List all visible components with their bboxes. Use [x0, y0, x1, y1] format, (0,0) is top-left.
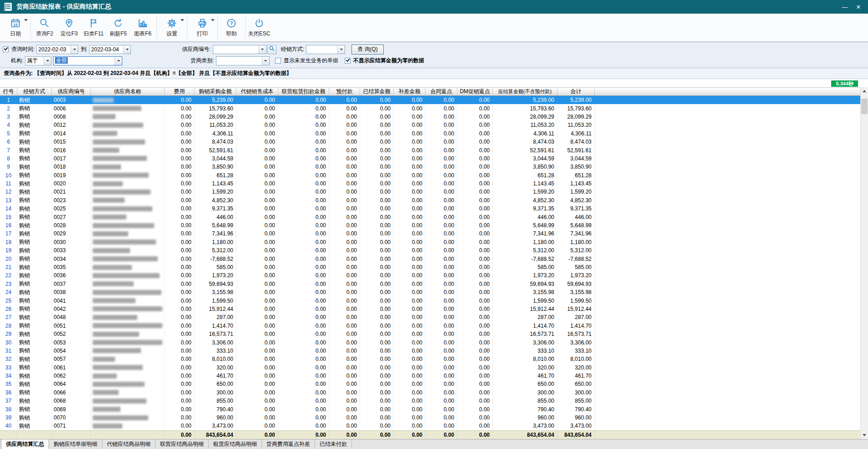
table-row[interactable]: 31购销00540.00333.100.000.000.000.000.000.… [0, 347, 868, 355]
table-row[interactable]: 13购销00230.004,852.300.000.000.000.000.00… [0, 196, 868, 205]
query-button[interactable]: 查 询(Q) [351, 45, 384, 55]
table-row[interactable]: 38购销00690.00790.400.000.000.000.000.000.… [0, 405, 868, 413]
table-row[interactable]: 34购销00620.00461.700.000.000.000.000.000.… [0, 372, 868, 380]
table-row[interactable]: 9购销00180.003,850.900.000.000.000.000.000… [0, 163, 868, 171]
table-row[interactable]: 28购销00510.001,414.700.000.000.000.000.00… [0, 322, 868, 330]
table-row[interactable]: 14购销00250.009,371.350.000.000.000.000.00… [0, 205, 868, 213]
table-row[interactable]: 6购销00150.008,474.030.000.000.000.000.000… [0, 138, 868, 146]
table-row[interactable]: 5购销00140.004,306.110.000.000.000.000.000… [0, 130, 868, 138]
vertical-scrollbar[interactable] [860, 87, 868, 439]
bottom-tab-1[interactable]: 供应商结算汇总 [1, 439, 49, 449]
chevron-down-icon[interactable] [262, 57, 269, 65]
table-row[interactable]: 11购销00200.001,143.450.000.000.000.000.00… [0, 180, 868, 188]
date-to-select[interactable]: 2022-03-04 [89, 45, 131, 54]
chevron-down-icon[interactable] [259, 45, 266, 54]
toolbar-close-button[interactable]: 关闭ESC [247, 15, 271, 40]
table-row[interactable]: 40购销00710.003,473.000.000.000.000.000.00… [0, 422, 868, 430]
table-row[interactable]: 33购销00610.00320.000.000.000.000.000.000.… [0, 364, 868, 372]
close-button[interactable]: ✕ [852, 2, 865, 12]
org-value-select[interactable]: 全部 [53, 56, 122, 65]
table-row[interactable]: 18购销00300.001,180.000.000.000.000.000.00… [0, 238, 868, 246]
toolbar-print-button[interactable]: 打印 [189, 15, 216, 40]
column-header-dm-rebate[interactable]: DM促销返点 [457, 88, 493, 95]
supplier-no-select[interactable] [213, 45, 266, 54]
toolbar-locate-button[interactable]: 定位F3 [57, 15, 81, 40]
toolbar-refresh-button[interactable]: 刷新F5 [106, 15, 130, 40]
show-empty-checkbox[interactable] [275, 58, 281, 64]
table-row[interactable]: 39购销00700.00960.000.000.000.000.000.000.… [0, 414, 868, 422]
supplier-search-button[interactable] [267, 45, 276, 54]
table-row[interactable]: 37购销00680.00855.000.000.000.000.000.000.… [0, 397, 868, 405]
column-header-fee[interactable]: 费用 [165, 88, 195, 95]
table-row[interactable]: 7购销00160.0052,591.610.000.000.000.000.00… [0, 146, 868, 154]
chevron-down-icon[interactable] [123, 45, 130, 54]
date-from-select[interactable]: 2022-02-03 [36, 45, 78, 54]
column-header-consign-cost[interactable]: 代销销售成本 [236, 88, 278, 95]
table-row[interactable]: 8购销00170.003,044.590.000.000.000.000.000… [0, 155, 868, 163]
table-row[interactable]: 35购销00640.00650.000.000.000.000.000.000.… [0, 380, 868, 388]
table-row[interactable]: 4购销00120.0011,053.200.000.000.000.000.00… [0, 121, 868, 129]
chevron-down-icon[interactable] [211, 19, 215, 21]
chevron-down-icon[interactable] [337, 45, 345, 54]
query-time-checkbox[interactable] [3, 46, 9, 52]
chevron-down-icon[interactable] [44, 57, 51, 65]
column-header-prepaid[interactable]: 预付款 [329, 88, 360, 95]
column-header-supplier-name[interactable]: 供应商名称 [91, 88, 165, 95]
table-row[interactable]: 1购销00030.005,239.000.000.000.000.000.000… [0, 96, 868, 104]
table-row[interactable]: 16购销00280.005,648.990.000.000.000.000.00… [0, 221, 868, 229]
chevron-down-icon[interactable] [24, 19, 28, 21]
column-header-settled-amount[interactable]: 已结算金额 [360, 88, 394, 95]
toolbar-chart-button[interactable]: 图表F6 [130, 15, 155, 40]
toolbar-classify-button[interactable]: 归类F11 [81, 15, 106, 40]
column-header-row-no[interactable]: 行号 [0, 88, 17, 95]
scrollbar-thumb[interactable] [861, 99, 868, 114]
column-header-sale-mode[interactable]: 经销方式 [17, 88, 52, 95]
sale-mode-select[interactable] [306, 45, 345, 54]
column-header-purchase-amount[interactable]: 购销采购金额 [195, 88, 236, 95]
column-header-supplier-code[interactable]: 供应商编号 [52, 88, 91, 95]
bottom-tab-6[interactable]: 货商费用返点补差 [262, 439, 315, 449]
table-row[interactable]: 29购销00520.0016,573.710.000.000.000.000.0… [0, 330, 868, 338]
table-row[interactable]: 36购销00660.00300.000.000.000.000.000.000.… [0, 389, 868, 397]
chevron-down-icon[interactable] [181, 19, 184, 21]
column-header-contract-rebate[interactable]: 合同返点 [426, 88, 457, 95]
bottom-tab-7[interactable]: 已结未付款 [315, 439, 352, 449]
bottom-tab-3[interactable]: 代销应结商品明细 [102, 439, 156, 449]
hide-zero-checkbox[interactable] [345, 58, 351, 64]
column-header-joint-deduction[interactable]: 联营租赁扣款金额 [278, 88, 329, 95]
column-header-payable-amount[interactable]: 应结算金额(不含预付款) [493, 88, 557, 95]
category-select[interactable] [216, 56, 270, 65]
table-row[interactable]: 21购销00350.00585.000.000.000.000.000.000.… [0, 263, 868, 271]
toolbar-date-button[interactable]: 15 日期 [2, 15, 29, 40]
table-row[interactable]: 17购销00290.007,341.960.000.000.000.000.00… [0, 229, 868, 238]
column-header-diff-amount[interactable]: 补差金额 [394, 88, 426, 95]
minimize-button[interactable]: — [838, 2, 852, 12]
org-operator-select[interactable]: 属于 [25, 56, 51, 65]
table-row[interactable]: 3购销00080.0028,099.290.000.000.000.000.00… [0, 113, 868, 121]
bottom-tab-2[interactable]: 购销应结单据明细 [49, 439, 102, 449]
scrollbar-track[interactable] [861, 95, 868, 431]
toolbar-help-button[interactable]: ? 帮助 [219, 15, 244, 40]
table-row[interactable]: 26购销00420.0015,912.440.000.000.000.000.0… [0, 305, 868, 313]
table-row[interactable]: 12购销00210.001,599.200.000.000.000.000.00… [0, 188, 868, 196]
toolbar-settings-button[interactable]: 设置 [158, 15, 186, 40]
bottom-tab-4[interactable]: 联营应结商品明细 [156, 439, 209, 449]
table-row[interactable]: 25购销00410.001,599.500.000.000.000.000.00… [0, 296, 868, 304]
table-row[interactable]: 22购销00360.001,973.200.000.000.000.000.00… [0, 271, 868, 279]
table-row[interactable]: 20购销00340.00-7,688.520.000.000.000.000.0… [0, 254, 868, 263]
chevron-down-icon[interactable] [115, 57, 122, 65]
column-header-grand-total[interactable]: 合计 [557, 88, 595, 95]
table-row[interactable]: 30购销00530.003,306.000.000.000.000.000.00… [0, 338, 868, 346]
table-row[interactable]: 19购销00330.005,312.000.000.000.000.000.00… [0, 246, 868, 254]
table-row[interactable]: 23购销00370.0059,694.930.000.000.000.000.0… [0, 280, 868, 288]
bottom-tab-5[interactable]: 租赁应结商品明细 [209, 439, 262, 449]
table-row[interactable]: 27购销00480.00287.000.000.000.000.000.000.… [0, 313, 868, 321]
table-row[interactable]: 32购销00570.008,010.000.000.000.000.000.00… [0, 355, 868, 363]
table-row[interactable]: 2购销00060.0015,793.600.000.000.000.000.00… [0, 104, 868, 112]
toolbar-search-button[interactable]: 查询F2 [32, 15, 57, 40]
table-row[interactable]: 15购销00270.00446.000.000.000.000.000.000.… [0, 213, 868, 221]
scroll-up-button[interactable] [861, 87, 868, 95]
chevron-down-icon[interactable] [70, 45, 78, 54]
scroll-down-button[interactable] [861, 431, 868, 439]
table-row[interactable]: 24购销00380.003,155.980.000.000.000.000.00… [0, 288, 868, 296]
